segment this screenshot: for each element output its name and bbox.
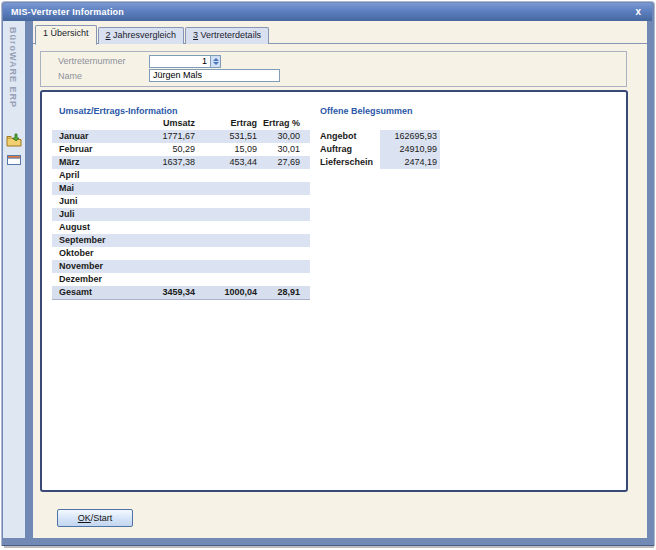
belege-labels: AngebotAuftragLieferschein <box>320 130 380 169</box>
table-row: September <box>52 234 310 247</box>
ok-start-button[interactable]: OK/Start <box>57 509 133 527</box>
cell-ertrag-pct <box>257 208 300 221</box>
cell-month: April <box>59 169 80 182</box>
cell-umsatz <box>112 273 195 286</box>
cell-month: März <box>59 156 80 169</box>
umsatz-table-header: Umsatz Ertrag Ertrag % <box>52 117 310 130</box>
cell-ertrag <box>195 208 257 221</box>
cell-ertrag <box>195 169 257 182</box>
cell-month: Juli <box>59 208 75 221</box>
cell-umsatz: 1637,38 <box>112 156 195 169</box>
table-row: Gesamt3459,341000,0428,91 <box>52 286 310 300</box>
cell-month: Mai <box>59 182 74 195</box>
belege-label: Auftrag <box>320 143 380 156</box>
cell-ertrag-pct <box>257 195 300 208</box>
column-header-umsatz: Umsatz <box>112 117 195 130</box>
cell-umsatz <box>112 260 195 273</box>
table-row: Mai <box>52 182 310 195</box>
title-bar: MIS-Vertreter Information x <box>3 3 652 21</box>
cell-month: Februar <box>59 143 93 156</box>
cell-umsatz <box>112 195 195 208</box>
tab-label: 1 Übersicht <box>43 28 89 38</box>
column-header-ertrag-pct: Ertrag % <box>257 117 300 130</box>
cell-umsatz: 3459,34 <box>112 286 195 299</box>
cell-ertrag <box>195 260 257 273</box>
belege-label: Lieferschein <box>320 156 380 169</box>
cell-month: September <box>59 234 106 247</box>
table-row: Februar50,2915,0930,01 <box>52 143 310 156</box>
spinner-button[interactable] <box>210 55 221 68</box>
close-icon[interactable]: x <box>632 5 644 19</box>
cell-month: August <box>59 221 90 234</box>
cell-month: Juni <box>59 195 78 208</box>
cell-ertrag: 453,44 <box>195 156 257 169</box>
cell-ertrag-pct <box>257 260 300 273</box>
window-frame: MIS-Vertreter Information x BüroWARE ERP… <box>2 2 654 545</box>
cell-ertrag: 15,09 <box>195 143 257 156</box>
ok-rest: /Start <box>91 513 113 523</box>
belege-values: 162695,9324910,992474,19 <box>380 130 440 169</box>
cell-ertrag-pct <box>257 221 300 234</box>
dialog-content: 1 Übersicht2 Jahresvergleich3 Vertreterd… <box>33 21 647 538</box>
main-panel: Umsatz/Ertrags-Information Offene Belegs… <box>40 90 628 492</box>
tab-label: Jahresvergleich <box>111 30 177 40</box>
tab-2[interactable]: 2 Jahresvergleich <box>98 27 185 44</box>
cell-ertrag-pct <box>257 182 300 195</box>
belege-value: 162695,93 <box>380 130 440 143</box>
cell-month: Gesamt <box>59 286 92 299</box>
cell-ertrag-pct: 30,00 <box>257 130 300 143</box>
cell-ertrag <box>195 247 257 260</box>
tab-bar: 1 Übersicht2 Jahresvergleich3 Vertreterd… <box>35 25 270 44</box>
cell-umsatz <box>112 234 195 247</box>
cell-ertrag-pct <box>257 169 300 182</box>
tab-label: Vertreterdetails <box>198 30 261 40</box>
cell-ertrag <box>195 273 257 286</box>
belege-label: Angebot <box>320 130 380 143</box>
window-icon[interactable] <box>6 152 22 168</box>
belege-section-title: Offene Belegsummen <box>320 106 413 116</box>
table-row: April <box>52 169 310 182</box>
cell-umsatz <box>112 247 195 260</box>
window-title: MIS-Vertreter Information <box>3 7 124 17</box>
table-row: März1637,38453,4427,69 <box>52 156 310 169</box>
open-folder-icon[interactable] <box>6 133 22 149</box>
brand-sidebar: BüroWARE ERP <box>3 21 25 538</box>
cell-ertrag-pct <box>257 234 300 247</box>
cell-ertrag-pct: 28,91 <box>257 286 300 299</box>
belege-value: 24910,99 <box>380 143 440 156</box>
cell-umsatz <box>112 208 195 221</box>
table-row: Dezember <box>52 273 310 286</box>
table-row: August <box>52 221 310 234</box>
vertreternummer-input[interactable]: 1 <box>149 55 211 68</box>
cell-umsatz <box>112 182 195 195</box>
column-header-ertrag: Ertrag <box>195 117 257 130</box>
cell-ertrag <box>195 221 257 234</box>
table-row: Januar1771,67531,5130,00 <box>52 130 310 143</box>
cell-month: November <box>59 260 103 273</box>
cell-ertrag-pct: 30,01 <box>257 143 300 156</box>
table-row: Juli <box>52 208 310 221</box>
cell-month: Januar <box>59 130 89 143</box>
cell-umsatz <box>112 169 195 182</box>
tab-1[interactable]: 1 Übersicht <box>35 25 97 45</box>
cell-ertrag: 531,51 <box>195 130 257 143</box>
cell-ertrag-pct <box>257 273 300 286</box>
umsatz-rows: Januar1771,67531,5130,00Februar50,2915,0… <box>52 130 310 300</box>
umsatz-section-title: Umsatz/Ertrags-Information <box>59 106 178 116</box>
table-row: Juni <box>52 195 310 208</box>
cell-umsatz: 50,29 <box>112 143 195 156</box>
cell-ertrag <box>195 234 257 247</box>
cell-umsatz: 1771,67 <box>112 130 195 143</box>
cell-month: Oktober <box>59 247 94 260</box>
cell-ertrag <box>195 195 257 208</box>
window-shadow <box>4 546 654 548</box>
tab-3[interactable]: 3 Vertreterdetails <box>185 27 269 44</box>
cell-ertrag <box>195 182 257 195</box>
cell-month: Dezember <box>59 273 102 286</box>
name-input[interactable]: Jürgen Mals <box>149 69 280 82</box>
name-label: Name <box>58 71 82 81</box>
vertreternummer-label: Vertreternummer <box>58 56 126 66</box>
tab-strip: 1 Übersicht2 Jahresvergleich3 Vertreterd… <box>33 27 647 44</box>
cell-ertrag-pct: 27,69 <box>257 156 300 169</box>
table-row: November <box>52 260 310 273</box>
